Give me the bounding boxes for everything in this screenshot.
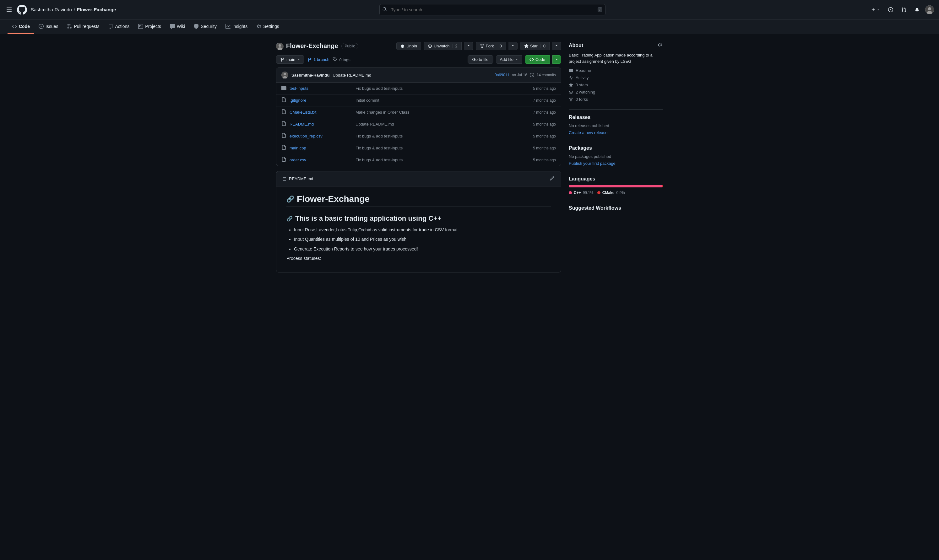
languages-title: Languages: [569, 176, 663, 182]
nav-label-insights: Insights: [232, 24, 248, 29]
code-icon: [12, 24, 17, 29]
pencil-icon: [550, 176, 555, 181]
nav-item-insights[interactable]: Insights: [221, 20, 252, 34]
file-name[interactable]: execution_rep.csv: [289, 134, 353, 138]
suggested-workflows-title: Suggested Workflows: [569, 205, 663, 211]
nav-item-wiki[interactable]: Wiki: [166, 20, 189, 34]
tag-count-link[interactable]: 0 tags: [332, 57, 351, 62]
code-button[interactable]: Code: [525, 55, 550, 64]
breadcrumb-owner[interactable]: Sashmitha-Ravindu: [31, 7, 72, 12]
file-icon: [282, 145, 286, 150]
commit-hash[interactable]: 9a69011: [495, 73, 510, 77]
nav-item-security[interactable]: Security: [189, 20, 221, 34]
about-gear-button[interactable]: [657, 42, 663, 49]
search-input[interactable]: [379, 4, 605, 15]
link-heading2-icon: 🔗: [286, 215, 293, 222]
unwatch-button[interactable]: Unwatch 2: [424, 42, 462, 50]
star-button[interactable]: Star 0: [520, 42, 550, 50]
table-row[interactable]: order.csv Fix bugs & add test-inputs 5 m…: [276, 154, 561, 166]
go-to-file-button[interactable]: Go to file: [468, 55, 493, 64]
about-stars-link[interactable]: 0 stars: [569, 83, 663, 87]
branch-count-link[interactable]: 1 branch: [308, 57, 329, 62]
lang-dot: [597, 191, 600, 194]
wiki-icon: [170, 24, 175, 29]
avatar[interactable]: [925, 5, 934, 14]
add-file-button[interactable]: Add file: [496, 55, 522, 64]
content-left: Flower-Exchange Public Unpin Unwatch 2: [276, 42, 561, 272]
suggested-workflows-section: Suggested Workflows: [569, 200, 663, 211]
about-forks-link[interactable]: 0 forks: [569, 97, 663, 102]
lang-item-cp+[interactable]: C++ 99.1%: [569, 191, 594, 195]
readme-bullet: Input Rose,Lavender,Lotus,Tulip,Orchid a…: [294, 226, 551, 233]
nav-item-projects[interactable]: Projects: [134, 20, 166, 34]
tag-count: 0 tags: [339, 57, 350, 62]
insights-icon: [225, 24, 231, 29]
about-section: About Basic Trading Application made acc…: [569, 42, 663, 102]
star-dropdown[interactable]: [552, 42, 561, 50]
nav-item-pull-requests[interactable]: Pull requests: [63, 20, 104, 34]
chevron-down-branch-icon: [297, 58, 300, 61]
file-type-icon: [282, 145, 286, 151]
file-name[interactable]: main.cpp: [289, 146, 353, 150]
nav-item-code[interactable]: Code: [8, 20, 34, 34]
file-type-icon: [282, 121, 286, 127]
readme-box: README.md 🔗 Flower-Exchange 🔗 This is a …: [276, 171, 561, 272]
readme-content: 🔗 Flower-Exchange 🔗 This is a basic trad…: [276, 186, 561, 272]
lang-pct: 99.1%: [583, 191, 594, 195]
table-row[interactable]: main.cpp Fix bugs & add test-inputs 5 mo…: [276, 142, 561, 154]
repo-nav: Code Issues Pull requests Actions Projec…: [0, 20, 939, 34]
table-row[interactable]: test-inputs Fix bugs & add test-inputs 5…: [276, 83, 561, 94]
chevron-down-code-icon: [555, 58, 558, 61]
new-button[interactable]: [869, 6, 882, 13]
nav-item-settings[interactable]: Settings: [252, 20, 283, 34]
file-name[interactable]: README.md: [289, 122, 353, 126]
nav-label-code: Code: [19, 24, 30, 29]
notifications-button[interactable]: [912, 6, 922, 14]
star-sidebar-icon: [569, 83, 573, 87]
readme-bullet: Input Quantities as multiples of 10 and …: [294, 236, 551, 243]
about-watching-link[interactable]: 2 watching: [569, 90, 663, 94]
unpin-button[interactable]: Unpin: [396, 42, 421, 50]
code-dropdown-button[interactable]: [553, 55, 561, 64]
search-shortcut: /: [597, 7, 602, 12]
commit-count-link[interactable]: 14 commits: [537, 73, 556, 77]
file-age: 5 months ago: [512, 158, 556, 162]
file-name[interactable]: test-inputs: [289, 86, 353, 91]
breadcrumb-repo[interactable]: Flower-Exchange: [77, 7, 116, 12]
nav-item-issues[interactable]: Issues: [34, 20, 63, 34]
about-readme-link[interactable]: Readme: [569, 68, 663, 73]
create-release-link[interactable]: Create a new release: [569, 130, 608, 135]
security-icon: [194, 24, 199, 29]
unwatch-dropdown[interactable]: [464, 42, 473, 50]
fork-button[interactable]: Fork 0: [476, 42, 506, 50]
repo-header: Flower-Exchange Public Unpin Unwatch 2: [276, 42, 561, 50]
table-row[interactable]: CMakeLists.txt Make changes in Order Cla…: [276, 106, 561, 118]
packages-section: Packages No packages published Publish y…: [569, 140, 663, 166]
table-row[interactable]: execution_rep.csv Fix bugs & add test-in…: [276, 130, 561, 142]
hamburger-button[interactable]: [5, 6, 13, 14]
table-row[interactable]: README.md Update README.md 5 months ago: [276, 118, 561, 130]
file-name[interactable]: order.csv: [289, 158, 353, 162]
file-commit-message: Make changes in Order Class: [356, 110, 509, 115]
releases-title: Releases: [569, 115, 663, 120]
commit-message: Update README.md: [332, 73, 371, 77]
repo-header-actions: Unpin Unwatch 2 Fork 0: [396, 42, 561, 50]
settings-icon: [256, 24, 261, 29]
fork-dropdown[interactable]: [508, 42, 517, 50]
commit-author-avatar: [282, 72, 288, 78]
nav-label-projects: Projects: [145, 24, 161, 29]
table-row[interactable]: .gitignore Initial commit 7 months ago: [276, 94, 561, 106]
svg-point-1: [928, 7, 931, 10]
file-name[interactable]: .gitignore: [289, 98, 353, 103]
readme-edit-button[interactable]: [548, 175, 556, 183]
pull-requests-global-button[interactable]: [899, 6, 909, 14]
branch-selector[interactable]: main: [276, 55, 304, 64]
about-activity-link[interactable]: Activity: [569, 75, 663, 80]
about-stars-label: 0 stars: [576, 83, 588, 87]
nav-item-actions[interactable]: Actions: [104, 20, 134, 34]
issues-global-button[interactable]: [886, 6, 896, 14]
lang-item-cmake[interactable]: CMake 0.9%: [597, 191, 625, 195]
publish-package-link[interactable]: Publish your first package: [569, 161, 616, 166]
file-name[interactable]: CMakeLists.txt: [289, 110, 353, 115]
public-badge: Public: [342, 43, 359, 49]
